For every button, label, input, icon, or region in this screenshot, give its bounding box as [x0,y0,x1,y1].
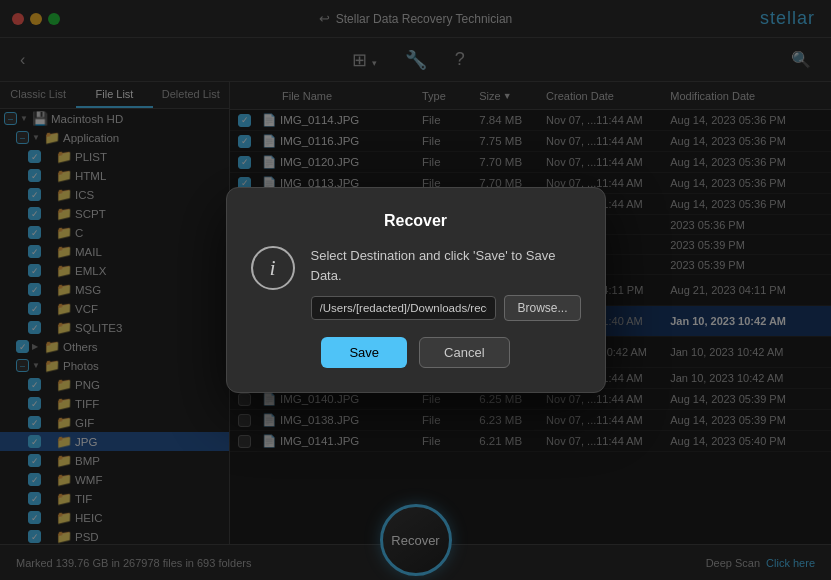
info-icon: i [251,246,295,290]
dialog-overlay: Recover i Select Destination and click '… [0,0,831,580]
path-row: Browse... [311,295,581,321]
destination-path-input[interactable] [311,296,497,320]
recover-dialog: Recover i Select Destination and click '… [226,187,606,393]
dialog-body: i Select Destination and click 'Save' to… [251,246,581,321]
dialog-buttons: Save Cancel [251,337,581,368]
dialog-message: Select Destination and click 'Save' to S… [311,246,581,285]
dialog-title: Recover [251,212,581,230]
cancel-button[interactable]: Cancel [419,337,509,368]
browse-button[interactable]: Browse... [504,295,580,321]
save-button[interactable]: Save [321,337,407,368]
dialog-content: Select Destination and click 'Save' to S… [311,246,581,321]
